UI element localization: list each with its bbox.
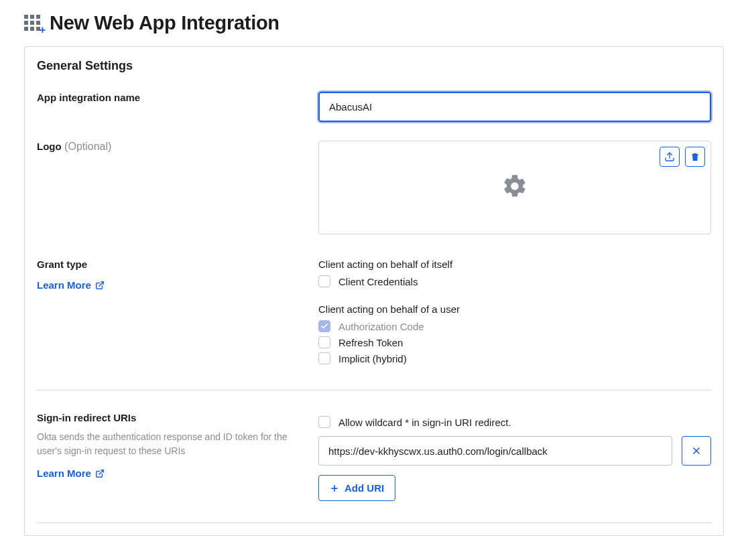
section-title-general: General Settings [25,47,723,82]
heading-client-user: Client acting on behalf of a user [318,303,711,315]
label-authorization-code: Authorization Code [338,321,424,332]
trash-icon [690,151,700,162]
checkbox-client-credentials[interactable] [318,275,330,287]
checkbox-implicit[interactable] [318,352,330,364]
gear-icon [501,173,528,202]
row-logo: Logo (Optional) [25,131,723,244]
close-icon [691,445,702,456]
learn-more-label: Learn More [37,468,91,479]
label-logo: Logo [37,141,62,152]
divider [37,522,711,523]
external-link-icon [95,469,105,478]
learn-more-grant-type[interactable]: Learn More [37,279,105,291]
signin-uri-input-0[interactable] [318,436,672,466]
svg-line-2 [99,470,103,474]
add-uri-button[interactable]: Add URI [318,475,395,501]
add-uri-label: Add URI [345,482,384,494]
page-title: New Web App Integration [50,12,279,34]
label-implicit: Implicit (hybrid) [338,353,407,364]
label-refresh-token: Refresh Token [338,337,403,348]
row-grant-type: Grant type Learn More Client acting on b… [25,249,723,378]
label-logo-optional: (Optional) [64,141,111,152]
help-signin-uris: Okta sends the authentication response a… [37,430,305,458]
delete-logo-button[interactable] [685,147,705,167]
svg-line-1 [99,281,103,285]
label-allow-wildcard: Allow wildcard * in sign-in URI redirect… [338,417,511,428]
app-grid-add-icon: + [24,15,42,32]
heading-client-itself: Client acting on behalf of itself [318,259,711,270]
learn-more-label: Learn More [37,279,91,291]
logo-dropzone[interactable] [318,141,711,234]
label-grant-type: Grant type [37,259,305,270]
plus-icon [330,484,339,493]
checkbox-allow-wildcard[interactable] [318,416,330,428]
page-header: + New Web App Integration [24,12,724,34]
remove-uri-button-0[interactable] [682,436,711,466]
label-app-name: App integration name [37,92,305,103]
row-signin-uris: Sign-in redirect URIs Okta sends the aut… [25,403,723,510]
settings-panel: General Settings App integration name Lo… [24,46,724,536]
divider [37,390,711,391]
app-name-input[interactable] [318,92,711,122]
label-client-credentials: Client Credentials [338,276,418,287]
label-signin-uris: Sign-in redirect URIs [37,412,305,423]
checkbox-authorization-code[interactable] [318,320,330,332]
upload-icon [664,151,675,162]
checkbox-refresh-token[interactable] [318,336,330,348]
check-icon [320,322,328,330]
row-app-name: App integration name [25,82,723,131]
external-link-icon [95,281,105,290]
upload-logo-button[interactable] [660,147,680,167]
learn-more-signin[interactable]: Learn More [37,468,105,479]
